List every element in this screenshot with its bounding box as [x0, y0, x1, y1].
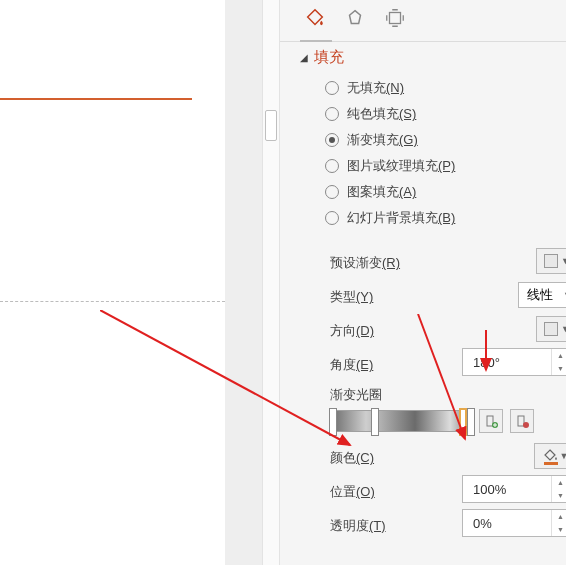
radio-label: 渐变填充(G) — [347, 131, 418, 149]
slide-thumbnail[interactable] — [0, 0, 225, 300]
gradient-stop-handle[interactable] — [371, 408, 379, 436]
effects-tab-icon[interactable] — [344, 7, 366, 32]
preset-gradient-row: 预设渐变(R) ▼ — [330, 246, 566, 280]
spin-down-icon[interactable]: ▼ — [552, 523, 566, 536]
radio-icon — [325, 81, 339, 95]
gradient-properties: 预设渐变(R) ▼ 类型(Y) 线性 ▼ 方向(D) ▼ 角度(E) — [280, 231, 566, 382]
radio-icon — [325, 185, 339, 199]
position-spinner[interactable]: ▲ ▼ — [462, 475, 566, 503]
swatch-icon — [544, 254, 558, 268]
direction-picker[interactable]: ▼ — [536, 316, 566, 342]
radio-no-fill[interactable]: 无填充(N) — [325, 75, 566, 101]
radio-label: 幻灯片背景填充(B) — [347, 209, 455, 227]
slide-separator — [0, 301, 225, 302]
svg-point-5 — [523, 422, 529, 428]
format-shape-panel: ◢ 填充 无填充(N) 纯色填充(S) 渐变填充(G) 图片或纹理填充(P) 图… — [280, 0, 566, 565]
fill-tab-icon[interactable] — [304, 7, 326, 32]
preset-gradient-picker[interactable]: ▼ — [536, 248, 566, 274]
radio-solid-fill[interactable]: 纯色填充(S) — [325, 101, 566, 127]
svg-rect-1 — [390, 12, 401, 23]
radio-pattern-fill[interactable]: 图案填充(A) — [325, 179, 566, 205]
radio-icon — [325, 159, 339, 173]
gradient-stops-row: 渐变光圈 — [280, 382, 566, 433]
position-input[interactable] — [463, 482, 551, 497]
spin-down-icon[interactable]: ▼ — [552, 489, 566, 502]
chevron-down-icon: ▼ — [561, 324, 566, 334]
scrollbar-track[interactable] — [262, 0, 280, 565]
stop-properties: 颜色(C) ▼ 位置(O) ▲ ▼ 透明度(T) — [280, 433, 566, 543]
paint-bucket-icon — [544, 448, 558, 465]
spin-up-icon[interactable]: ▲ — [552, 476, 566, 489]
svg-marker-0 — [350, 10, 361, 23]
angle-spinner[interactable]: ▲ ▼ — [462, 348, 566, 376]
radio-slide-bg-fill[interactable]: 幻灯片背景填充(B) — [325, 205, 566, 231]
angle-row: 角度(E) ▲ ▼ — [330, 348, 566, 382]
radio-icon — [325, 107, 339, 121]
spin-down-icon[interactable]: ▼ — [552, 362, 566, 375]
radio-gradient-fill[interactable]: 渐变填充(G) — [325, 127, 566, 153]
prop-label: 方向(D) — [330, 322, 566, 340]
remove-gradient-stop-button[interactable] — [510, 409, 534, 433]
transparency-input[interactable] — [463, 516, 551, 531]
direction-row: 方向(D) ▼ — [330, 314, 566, 348]
gradient-stop-handle-selected[interactable] — [459, 408, 467, 436]
radio-picture-fill[interactable]: 图片或纹理填充(P) — [325, 153, 566, 179]
radio-icon — [325, 211, 339, 225]
radio-icon — [325, 133, 339, 147]
gradient-stops-bar[interactable] — [330, 410, 472, 432]
chevron-down-icon: ▼ — [560, 451, 566, 461]
scrollbar-thumb[interactable] — [265, 110, 277, 141]
type-select[interactable]: 线性 ▼ — [518, 282, 566, 308]
angle-input[interactable] — [463, 355, 551, 370]
spin-up-icon[interactable]: ▲ — [552, 349, 566, 362]
transparency-row: 透明度(T) ▲ ▼ — [330, 509, 566, 543]
tab-active-underline — [300, 40, 332, 42]
slide-thumbnail-pane — [0, 0, 225, 565]
panel-tabs — [280, 0, 566, 34]
radio-label: 无填充(N) — [347, 79, 404, 97]
transparency-spinner[interactable]: ▲ ▼ — [462, 509, 566, 537]
radio-label: 图片或纹理填充(P) — [347, 157, 455, 175]
color-row: 颜色(C) ▼ — [330, 441, 566, 475]
collapse-arrow-icon: ◢ — [300, 52, 308, 63]
section-title: 填充 — [314, 48, 344, 67]
color-picker-button[interactable]: ▼ — [534, 443, 566, 469]
gradient-stop-handle[interactable] — [329, 408, 337, 436]
gradient-stop-handle[interactable] — [467, 408, 475, 436]
fill-options-group: 无填充(N) 纯色填充(S) 渐变填充(G) 图片或纹理填充(P) 图案填充(A… — [280, 69, 566, 231]
type-row: 类型(Y) 线性 ▼ — [330, 280, 566, 314]
radio-label: 图案填充(A) — [347, 183, 416, 201]
select-value: 线性 — [527, 286, 553, 304]
spin-up-icon[interactable]: ▲ — [552, 510, 566, 523]
position-row: 位置(O) ▲ ▼ — [330, 475, 566, 509]
chevron-down-icon: ▼ — [561, 256, 566, 266]
swatch-icon — [544, 322, 558, 336]
prop-label: 预设渐变(R) — [330, 254, 566, 272]
shape-horizontal-line[interactable] — [0, 98, 192, 100]
add-gradient-stop-button[interactable] — [479, 409, 503, 433]
radio-label: 纯色填充(S) — [347, 105, 416, 123]
prop-label: 渐变光圈 — [330, 386, 566, 404]
size-tab-icon[interactable] — [384, 7, 406, 32]
prop-label: 颜色(C) — [330, 449, 566, 467]
